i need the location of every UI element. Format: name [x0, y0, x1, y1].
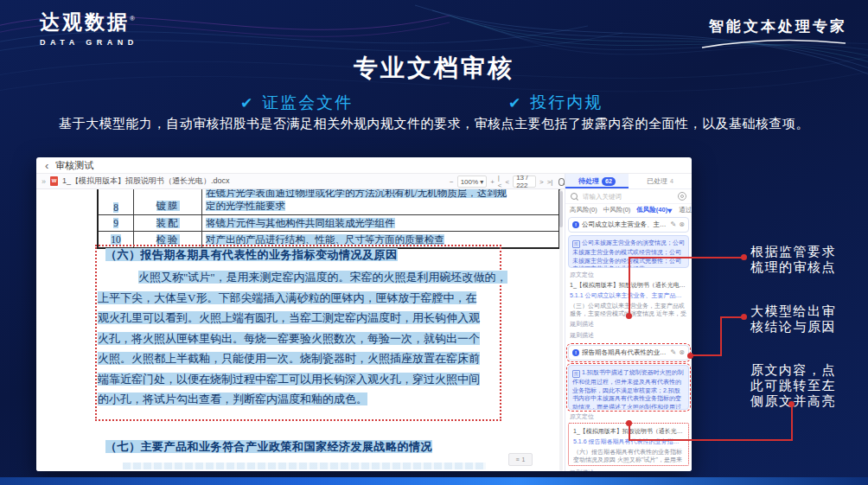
page-indicator[interactable]: 13 / 222	[513, 175, 536, 188]
logo: 达观数据® DATA GRAND	[40, 9, 138, 47]
page-number-badge: ≡ 1	[508, 453, 533, 466]
callout1-dot	[741, 254, 747, 260]
callout-ai-conclusion: 大模型给出审 核结论与原因	[750, 303, 836, 335]
document-paragraph: 火照又称"试片"，是用来测定窑内温度的。宋窑的火照是利用碗坯改做的， 上平下尖，…	[98, 267, 475, 410]
word-doc-icon: W	[50, 176, 58, 186]
table-cell: 镀膜	[156, 201, 180, 211]
edit-icon[interactable]: ✎	[671, 221, 677, 228]
review-point-title: 公司成立以来主营业务、主要产品或服务、主要…	[582, 220, 668, 229]
origin-excerpt[interactable]: （六）报告期各期具有代表性的业务指标变动情况及原因 火照又称"试片"，是用来测定…	[573, 448, 684, 463]
zoom-level-select[interactable]: 100% ▾	[457, 175, 487, 188]
table-cell: 10	[111, 234, 121, 245]
slide-bottom-bar	[0, 477, 868, 485]
ai-conclusion-box-highlighted[interactable]: 图1.招股书中描述了烧制瓷器时火照的制作和使用过程，但并未提及具有代表性的业务指…	[568, 365, 689, 410]
paragraph-line: 火照。火照都上半截釉，只能使用一次。烧制瓷器时，火照插座放置在窑床前	[98, 352, 480, 365]
zoom-in-button[interactable]: +	[490, 178, 495, 186]
app-titlebar: ‹ 审核测试	[36, 157, 692, 174]
tab-done[interactable]: 已处理 4	[629, 174, 692, 188]
document-toolbar: » W 1_【模拟用版本】招股说明书（通长光电）.docx − 100% ▾ +…	[36, 174, 565, 189]
cursor-flag-icon	[667, 207, 673, 214]
review-point-title: 报告期各期具有代表性的业务指标变动情况及原因	[582, 348, 668, 357]
review-point-card[interactable]: ! 公司成立以来主营业务、主要产品或服务、主要… ✎ ⊗	[568, 217, 689, 233]
callout1-line	[629, 257, 746, 258]
process-table: 8 镀膜 在镜片光学表面通过物理或化学的方法沉积有机/无机物质层，达到规 定的光…	[97, 189, 560, 249]
logo-cn: 达观数据®	[40, 9, 138, 35]
info-icon: !	[572, 221, 579, 228]
close-icon[interactable]: ⊗	[679, 349, 685, 356]
back-button[interactable]: ‹	[45, 161, 48, 170]
zoom-out-button[interactable]: −	[450, 178, 454, 186]
callout1-line	[629, 257, 630, 316]
quote-icon: 图	[572, 240, 580, 248]
callout3-dot	[626, 420, 632, 426]
rule-label: 规则描述	[570, 320, 687, 329]
settings-icon[interactable]	[678, 192, 686, 201]
done-count: 4	[670, 178, 673, 184]
table-cell: 装配	[156, 218, 180, 228]
check-icon: ✔	[508, 94, 522, 112]
callout2-line	[720, 316, 722, 356]
paragraph-line: 观火孔里可以看到。火照上端有圆孔，当窑工测定窑内温度时，用长钩伸入观	[98, 311, 480, 324]
last-page-button[interactable]: >|	[547, 178, 553, 186]
rule-label: 规则描述	[570, 331, 687, 340]
table-cell: 8	[113, 202, 118, 213]
description-text: 基于大模型能力，自动审核招股书是否满足相关外规内规文件的要求，审核点主要包括了披…	[0, 116, 868, 132]
table-cell: 对产出的产品进行结构、性能、尺寸等方面的质量检查	[206, 234, 444, 245]
keyword-search-input[interactable]	[581, 192, 664, 201]
document-filename-tab[interactable]: 1_【模拟用版本】招股说明书（通长光电）.docx	[62, 175, 230, 187]
table-cell: 9	[113, 218, 118, 228]
menu-icon: ≡	[516, 456, 520, 463]
callout1-dot	[626, 313, 632, 319]
filter-high-risk[interactable]: 高风险(0)	[570, 206, 597, 214]
filter-passed[interactable]: 通过(22)	[679, 206, 692, 214]
table-row: 8 镀膜 在镜片光学表面通过物理或化学的方法沉积有机/无机物质层，达到规 定的光…	[98, 189, 559, 215]
paragraph-line: 火孔，将火照从匣钵里钩出。每烧一窑要验火照数次，每验一次，就钩出一个	[98, 332, 480, 345]
document-scrollbar[interactable]	[559, 189, 563, 471]
bullet-label: 证监会文件	[262, 92, 353, 114]
filter-low-risk[interactable]: 低风险(40)	[636, 206, 673, 214]
callout3-dot	[788, 401, 795, 407]
panel-tabs: 待处理 62 已处理 4	[565, 174, 692, 189]
table-row: 9 装配 将镜片元件与其他构件共同组装成光学组件	[98, 215, 559, 232]
bullet-label: 投行内规	[530, 92, 603, 114]
close-icon[interactable]: ⊗	[679, 221, 685, 228]
tab-pending[interactable]: 待处理 62	[565, 174, 629, 188]
paragraph-line: 端靠近窑门处，以便在烧制过程中窑工可以用长钩深入观火孔，穿过火照中间	[98, 373, 480, 386]
document-viewer: 8 镀膜 在镜片光学表面通过物理或化学的方法沉积有机/无机物质层，达到规 定的光…	[36, 189, 565, 471]
table-cell-line: 定的光学性能要求	[206, 201, 285, 211]
zoom-pager-controls: − 100% ▾ + |< < 13 / 222 > >|	[450, 174, 565, 189]
check-icon: ✔	[240, 94, 254, 112]
bullet-bank-rules: ✔ 投行内规	[508, 92, 603, 114]
prev-page-button[interactable]: <	[506, 178, 510, 186]
edit-icon[interactable]: ✎	[671, 349, 677, 356]
info-icon: !	[572, 349, 579, 356]
callout2-dot	[687, 353, 693, 359]
callout3-line	[629, 439, 793, 441]
panel-search-row	[565, 189, 692, 204]
review-point-card-highlighted[interactable]: ! 报告期各期具有代表性的业务指标变动情况及原因 ✎ ⊗	[568, 345, 689, 361]
review-app-window: ‹ 审核测试 » W 1_【模拟用版本】招股说明书（通长光电）.docx − 1…	[36, 157, 692, 471]
logo-en: DATA GRAND	[40, 38, 138, 47]
section7-heading: （七）主要产品和业务符合产业政策和国家经济发展战略的情况	[105, 439, 432, 455]
first-page-button[interactable]: |<	[498, 174, 502, 189]
chevron-down-icon: ▾	[480, 178, 483, 186]
pending-count-badge: 62	[602, 177, 616, 186]
paragraph-line: 火照又称"试片"，是用来测定窑内温度的。宋窑的火照是利用碗坯改做的，	[138, 271, 507, 284]
slide: 达观数据® DATA GRAND 智能文本处理专家 专业文档审核 ✔ 证监会文件…	[0, 0, 868, 485]
clipped-text-strip	[123, 463, 486, 469]
collapse-icon[interactable]: »	[41, 177, 46, 186]
tagline-underline	[700, 39, 847, 49]
scrollbar-thumb[interactable]	[559, 191, 563, 227]
callout2-line	[690, 354, 722, 356]
registered-mark: ®	[130, 15, 137, 22]
section6-heading: （六）报告期各期具有代表性的业务指标变动情况及原因	[105, 247, 398, 263]
table-cell-line: 在镜片光学表面通过物理或化学的方法沉积有机/无机物质层，达到规	[206, 189, 507, 198]
table-cell: 检验	[156, 234, 180, 245]
filter-mid-risk[interactable]: 中风险(0)	[603, 206, 631, 214]
rule-label: 规则描述	[570, 469, 687, 471]
paragraph-line: 上平下尖，大体呈V形。下部尖端插入满砂粒的匣钵内，匣钵放于窑膛中，在	[98, 291, 476, 304]
table-cell: 将镜片元件与其他构件共同组装成光学组件	[206, 218, 395, 228]
next-page-button[interactable]: >	[539, 178, 544, 186]
app-window-title: 审核测试	[55, 159, 93, 172]
paragraph-line: 的小孔，将试片勾出查看，判断窑内温度和釉的成色。	[98, 392, 367, 405]
